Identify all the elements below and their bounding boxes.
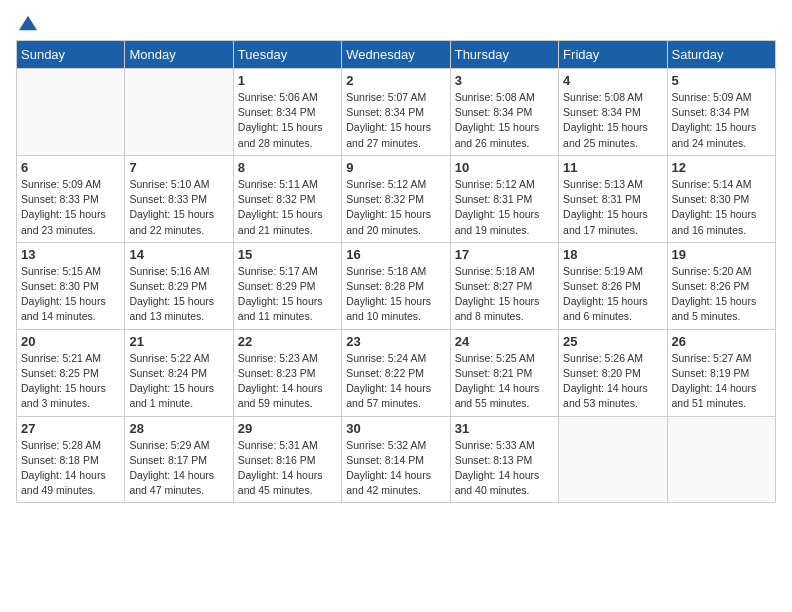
calendar-cell: 3Sunrise: 5:08 AMSunset: 8:34 PMDaylight…: [450, 69, 558, 156]
day-info: Sunrise: 5:17 AMSunset: 8:29 PMDaylight:…: [238, 264, 337, 325]
calendar-cell: 1Sunrise: 5:06 AMSunset: 8:34 PMDaylight…: [233, 69, 341, 156]
day-number: 12: [672, 160, 771, 175]
day-number: 11: [563, 160, 662, 175]
day-number: 17: [455, 247, 554, 262]
day-number: 6: [21, 160, 120, 175]
day-number: 13: [21, 247, 120, 262]
calendar-cell: 4Sunrise: 5:08 AMSunset: 8:34 PMDaylight…: [559, 69, 667, 156]
calendar-cell: [667, 416, 775, 503]
calendar-header-row: SundayMondayTuesdayWednesdayThursdayFrid…: [17, 41, 776, 69]
calendar-cell: 18Sunrise: 5:19 AMSunset: 8:26 PMDayligh…: [559, 242, 667, 329]
day-number: 29: [238, 421, 337, 436]
calendar-cell: 25Sunrise: 5:26 AMSunset: 8:20 PMDayligh…: [559, 329, 667, 416]
calendar-cell: 26Sunrise: 5:27 AMSunset: 8:19 PMDayligh…: [667, 329, 775, 416]
day-info: Sunrise: 5:10 AMSunset: 8:33 PMDaylight:…: [129, 177, 228, 238]
day-number: 23: [346, 334, 445, 349]
day-number: 18: [563, 247, 662, 262]
day-info: Sunrise: 5:31 AMSunset: 8:16 PMDaylight:…: [238, 438, 337, 499]
day-number: 9: [346, 160, 445, 175]
calendar-cell: 12Sunrise: 5:14 AMSunset: 8:30 PMDayligh…: [667, 155, 775, 242]
day-number: 16: [346, 247, 445, 262]
day-info: Sunrise: 5:15 AMSunset: 8:30 PMDaylight:…: [21, 264, 120, 325]
day-info: Sunrise: 5:28 AMSunset: 8:18 PMDaylight:…: [21, 438, 120, 499]
calendar-cell: 30Sunrise: 5:32 AMSunset: 8:14 PMDayligh…: [342, 416, 450, 503]
calendar-cell: 9Sunrise: 5:12 AMSunset: 8:32 PMDaylight…: [342, 155, 450, 242]
day-number: 25: [563, 334, 662, 349]
calendar-cell: [17, 69, 125, 156]
day-info: Sunrise: 5:18 AMSunset: 8:28 PMDaylight:…: [346, 264, 445, 325]
day-number: 19: [672, 247, 771, 262]
day-number: 15: [238, 247, 337, 262]
day-info: Sunrise: 5:18 AMSunset: 8:27 PMDaylight:…: [455, 264, 554, 325]
weekday-header-thursday: Thursday: [450, 41, 558, 69]
day-number: 30: [346, 421, 445, 436]
day-number: 2: [346, 73, 445, 88]
calendar-cell: 31Sunrise: 5:33 AMSunset: 8:13 PMDayligh…: [450, 416, 558, 503]
day-info: Sunrise: 5:33 AMSunset: 8:13 PMDaylight:…: [455, 438, 554, 499]
calendar-cell: 10Sunrise: 5:12 AMSunset: 8:31 PMDayligh…: [450, 155, 558, 242]
day-info: Sunrise: 5:27 AMSunset: 8:19 PMDaylight:…: [672, 351, 771, 412]
day-info: Sunrise: 5:08 AMSunset: 8:34 PMDaylight:…: [455, 90, 554, 151]
day-number: 24: [455, 334, 554, 349]
day-number: 10: [455, 160, 554, 175]
calendar-cell: 2Sunrise: 5:07 AMSunset: 8:34 PMDaylight…: [342, 69, 450, 156]
calendar-cell: 22Sunrise: 5:23 AMSunset: 8:23 PMDayligh…: [233, 329, 341, 416]
day-number: 31: [455, 421, 554, 436]
day-number: 5: [672, 73, 771, 88]
calendar-cell: 23Sunrise: 5:24 AMSunset: 8:22 PMDayligh…: [342, 329, 450, 416]
calendar-cell: 27Sunrise: 5:28 AMSunset: 8:18 PMDayligh…: [17, 416, 125, 503]
day-info: Sunrise: 5:25 AMSunset: 8:21 PMDaylight:…: [455, 351, 554, 412]
day-info: Sunrise: 5:08 AMSunset: 8:34 PMDaylight:…: [563, 90, 662, 151]
svg-marker-0: [19, 16, 37, 30]
day-info: Sunrise: 5:12 AMSunset: 8:32 PMDaylight:…: [346, 177, 445, 238]
day-number: 20: [21, 334, 120, 349]
day-number: 28: [129, 421, 228, 436]
day-number: 1: [238, 73, 337, 88]
calendar-cell: 24Sunrise: 5:25 AMSunset: 8:21 PMDayligh…: [450, 329, 558, 416]
calendar-body: 1Sunrise: 5:06 AMSunset: 8:34 PMDaylight…: [17, 69, 776, 503]
day-info: Sunrise: 5:24 AMSunset: 8:22 PMDaylight:…: [346, 351, 445, 412]
calendar-cell: 14Sunrise: 5:16 AMSunset: 8:29 PMDayligh…: [125, 242, 233, 329]
calendar-cell: 17Sunrise: 5:18 AMSunset: 8:27 PMDayligh…: [450, 242, 558, 329]
day-info: Sunrise: 5:19 AMSunset: 8:26 PMDaylight:…: [563, 264, 662, 325]
calendar-week-1: 1Sunrise: 5:06 AMSunset: 8:34 PMDaylight…: [17, 69, 776, 156]
calendar-cell: 7Sunrise: 5:10 AMSunset: 8:33 PMDaylight…: [125, 155, 233, 242]
day-info: Sunrise: 5:11 AMSunset: 8:32 PMDaylight:…: [238, 177, 337, 238]
calendar-cell: 6Sunrise: 5:09 AMSunset: 8:33 PMDaylight…: [17, 155, 125, 242]
day-info: Sunrise: 5:09 AMSunset: 8:33 PMDaylight:…: [21, 177, 120, 238]
logo: [16, 16, 37, 28]
calendar-cell: 11Sunrise: 5:13 AMSunset: 8:31 PMDayligh…: [559, 155, 667, 242]
calendar-cell: 8Sunrise: 5:11 AMSunset: 8:32 PMDaylight…: [233, 155, 341, 242]
calendar-week-2: 6Sunrise: 5:09 AMSunset: 8:33 PMDaylight…: [17, 155, 776, 242]
day-number: 8: [238, 160, 337, 175]
day-info: Sunrise: 5:29 AMSunset: 8:17 PMDaylight:…: [129, 438, 228, 499]
day-number: 4: [563, 73, 662, 88]
weekday-header-monday: Monday: [125, 41, 233, 69]
day-info: Sunrise: 5:13 AMSunset: 8:31 PMDaylight:…: [563, 177, 662, 238]
calendar-week-4: 20Sunrise: 5:21 AMSunset: 8:25 PMDayligh…: [17, 329, 776, 416]
day-info: Sunrise: 5:21 AMSunset: 8:25 PMDaylight:…: [21, 351, 120, 412]
calendar-table: SundayMondayTuesdayWednesdayThursdayFrid…: [16, 40, 776, 503]
calendar-cell: [125, 69, 233, 156]
day-info: Sunrise: 5:06 AMSunset: 8:34 PMDaylight:…: [238, 90, 337, 151]
day-info: Sunrise: 5:20 AMSunset: 8:26 PMDaylight:…: [672, 264, 771, 325]
day-info: Sunrise: 5:22 AMSunset: 8:24 PMDaylight:…: [129, 351, 228, 412]
day-number: 22: [238, 334, 337, 349]
day-info: Sunrise: 5:12 AMSunset: 8:31 PMDaylight:…: [455, 177, 554, 238]
weekday-header-saturday: Saturday: [667, 41, 775, 69]
day-number: 3: [455, 73, 554, 88]
day-info: Sunrise: 5:16 AMSunset: 8:29 PMDaylight:…: [129, 264, 228, 325]
calendar-cell: 16Sunrise: 5:18 AMSunset: 8:28 PMDayligh…: [342, 242, 450, 329]
calendar-cell: [559, 416, 667, 503]
weekday-header-sunday: Sunday: [17, 41, 125, 69]
day-info: Sunrise: 5:23 AMSunset: 8:23 PMDaylight:…: [238, 351, 337, 412]
day-number: 7: [129, 160, 228, 175]
day-number: 26: [672, 334, 771, 349]
day-info: Sunrise: 5:09 AMSunset: 8:34 PMDaylight:…: [672, 90, 771, 151]
calendar-cell: 19Sunrise: 5:20 AMSunset: 8:26 PMDayligh…: [667, 242, 775, 329]
weekday-header-friday: Friday: [559, 41, 667, 69]
day-number: 21: [129, 334, 228, 349]
logo-triangle-icon: [19, 14, 37, 32]
day-info: Sunrise: 5:26 AMSunset: 8:20 PMDaylight:…: [563, 351, 662, 412]
day-number: 14: [129, 247, 228, 262]
